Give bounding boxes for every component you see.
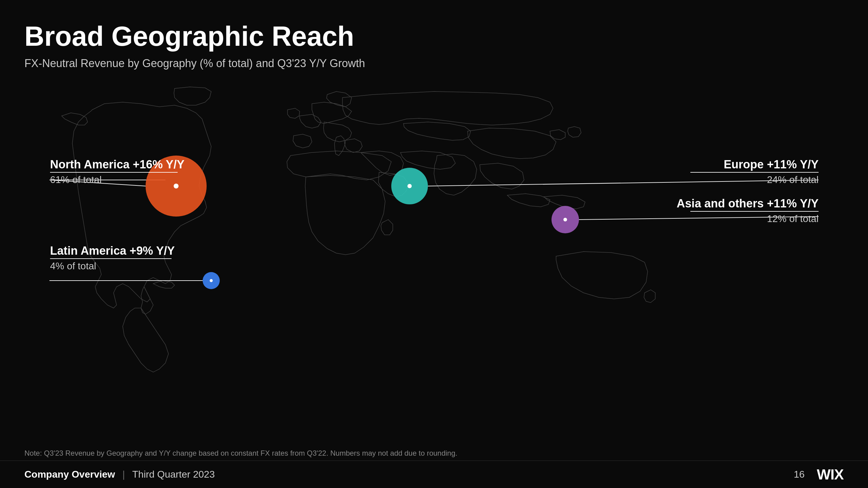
header: Broad Geographic Reach FX-Neutral Revenu…	[24, 21, 844, 70]
wix-logo: WIX	[817, 466, 844, 483]
bottom-bar: Company Overview | Third Quarter 2023 16…	[0, 460, 868, 488]
slide: Broad Geographic Reach FX-Neutral Revenu…	[0, 0, 868, 488]
eu-label-pct: 24% of total	[767, 174, 818, 185]
dot-asia	[563, 218, 567, 221]
map-wrapper: North America +16% Y/Y 61% of total Euro…	[37, 86, 831, 421]
asia-label-pct: 12% of total	[767, 213, 818, 224]
quarter-label: Third Quarter 2023	[132, 469, 215, 480]
world-map: North America +16% Y/Y 61% of total Euro…	[37, 86, 831, 421]
eu-label-title: Europe +11% Y/Y	[724, 158, 818, 171]
company-name: Company Overview	[24, 469, 115, 480]
page-number: 16	[794, 469, 805, 480]
page-title: Broad Geographic Reach	[24, 21, 844, 52]
na-label-pct: 61% of total	[50, 174, 102, 185]
dot-north-america	[174, 184, 179, 189]
asia-label-title: Asia and others +11% Y/Y	[677, 197, 818, 210]
la-label-title: Latin America +9% Y/Y	[50, 244, 175, 257]
separator: |	[122, 469, 125, 480]
footer-note: Note: Q3'23 Revenue by Geography and Y/Y…	[24, 449, 457, 457]
map-container: North America +16% Y/Y 61% of total Euro…	[0, 67, 868, 439]
na-label-title: North America +16% Y/Y	[50, 158, 184, 171]
bottom-left: Company Overview | Third Quarter 2023	[24, 469, 215, 480]
la-label-pct: 4% of total	[50, 260, 96, 271]
svg-line-2	[428, 180, 818, 186]
dot-latin-america	[210, 279, 213, 282]
dot-europe	[407, 184, 412, 188]
bottom-right: 16 WIX	[794, 466, 844, 483]
